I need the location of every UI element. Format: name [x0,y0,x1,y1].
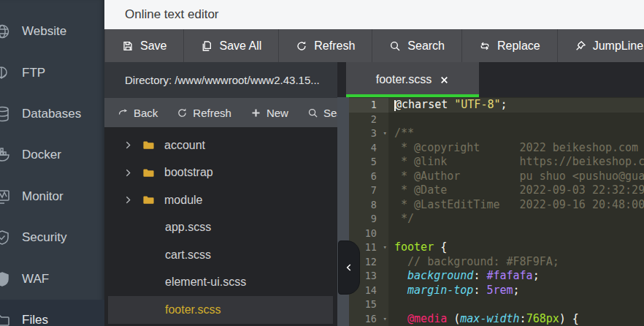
sidebar-item-monitor[interactable]: Monitor [0,176,104,217]
code-line-5[interactable]: 5 * @link https://beikeshop.com [349,155,644,170]
code-text[interactable] [388,113,644,127]
sidebar-item-databases[interactable]: Databases [0,94,104,134]
code-text[interactable] [388,297,644,312]
code-line-10[interactable]: 10 [349,227,644,241]
fold-arrow-icon[interactable]: ▾ [383,312,387,326]
replace-button[interactable]: Replace [462,29,558,62]
code-text[interactable]: * @copyright 2022 beikeshop.com - [388,141,644,156]
code-text[interactable]: /** [388,126,644,141]
code-line-7[interactable]: 7 * @Date 2022-09-03 22:32:29 [349,183,644,198]
code-line-6[interactable]: 6 * @Author pu shuo <pushuo@guang [349,170,644,184]
code-text[interactable]: * @Date 2022-09-03 22:32:29 [388,183,644,198]
code-line-1[interactable]: 1@charset "UTF-8"; [349,98,644,113]
search-icon [307,107,318,118]
sidebar-item-website[interactable]: Website [0,11,104,52]
sidebar-item-docker[interactable]: Docker [0,134,104,175]
code-line-11[interactable]: 11▾footer { [349,240,644,255]
fold-arrow-icon[interactable]: ▾ [383,126,387,141]
refresh-button[interactable]: Refresh [177,107,231,119]
code-text[interactable]: @charset "UTF-8"; [388,98,644,113]
code-line-3[interactable]: 3▾/** [349,126,644,141]
code-text[interactable]: footer { [388,240,644,255]
line-number[interactable]: 4 [349,141,388,156]
chevron-right-icon[interactable] [123,168,133,178]
folder-icon [142,139,155,151]
back-button[interactable]: Back [118,107,158,119]
refresh-icon [177,107,188,118]
code-text[interactable]: background: #fafafa; [388,269,644,284]
chevron-right-icon[interactable] [123,140,133,150]
code-line-15[interactable]: 15 [349,297,644,312]
tab-footer-scss[interactable]: footer.scss [346,62,479,97]
file-name: cart.scss [165,249,211,262]
line-number[interactable]: 1 [349,98,388,113]
file-name: app.scss [165,221,211,234]
new-button[interactable]: New [250,107,288,119]
code-text[interactable]: @media (max-width:768px) { [388,312,644,326]
code-line-12[interactable]: 12 // background: #F8F9FA; [349,255,644,270]
tree-folder-account[interactable]: account [104,132,337,159]
sidebar-item-label: Security [22,230,66,245]
collapse-panel-handle[interactable] [338,240,360,295]
line-number[interactable]: 6 [349,170,388,184]
tree-file-footer-scss[interactable]: footer.scss [108,296,333,324]
sidebar-item-ftp[interactable]: FTP [0,52,104,93]
line-number[interactable]: 5 [349,155,388,170]
code-text[interactable]: * @Author pu shuo <pushuo@guang [388,170,644,184]
code-text[interactable]: // background: #F8F9FA; [388,255,644,270]
sidebar-item-label: Docker [22,148,61,162]
refresh-button[interactable]: Refresh [279,29,372,62]
code-text[interactable]: * @link https://beikeshop.com [388,155,644,170]
editor-toolbar: Save Save All Refresh Search Replace Jum… [104,29,644,62]
code-line-14[interactable]: 14 margin-top: 5rem; [349,284,644,298]
chevron-right-icon[interactable] [123,195,133,205]
chevron-left-icon [344,262,354,273]
code-text[interactable]: * @LastEditTime 2022-09-16 20:48:00 [388,198,644,213]
tree-file-cart-scss[interactable]: cart.scss [104,241,337,269]
search-button[interactable]: Search [372,29,462,62]
folder-icon [142,194,155,206]
tree-folder-module[interactable]: module [104,186,337,214]
refresh-icon [296,40,307,52]
jumpline-button[interactable]: JumpLine [558,29,644,62]
directory-bar: Directory: /www/wwwroot/www2.43.15... [104,62,337,98]
fold-arrow-icon[interactable]: ▾ [383,240,387,255]
tree-file-app-scss[interactable]: app.scss [104,214,337,242]
code-line-13[interactable]: 13 background: #fafafa; [349,269,644,284]
line-number[interactable]: 7 [349,183,388,198]
replace-icon [479,40,491,52]
titlebar: Online text editor [104,0,644,29]
database-icon [0,105,13,123]
code-line-9[interactable]: 9 */ [349,212,644,227]
line-number[interactable]: 15 [349,297,388,312]
line-number[interactable]: 16▾ [349,312,388,326]
close-icon[interactable] [440,75,449,85]
folder-name: module [164,194,202,207]
sidebar-item-label: Website [22,24,66,39]
line-number[interactable]: 3▾ [349,126,388,141]
sidebar-item-label: WAF [22,272,49,287]
line-number[interactable]: 8 [349,198,388,213]
sidebar-item-files[interactable]: Files [0,300,104,326]
line-number[interactable]: 9 [349,212,388,227]
search-icon [389,40,401,52]
line-number[interactable]: 10 [349,227,388,241]
globe-icon [0,23,13,40]
tree-file-element-ui-scss[interactable]: element-ui.scss [104,269,337,297]
save-all-button[interactable]: Save All [184,29,279,62]
file-panel: Directory: /www/wwwroot/www2.43.15... Ba… [104,62,337,326]
code-text[interactable] [388,227,644,241]
line-number[interactable]: 2 [349,113,388,127]
code-line-8[interactable]: 8 * @LastEditTime 2022-09-16 20:48:00 [349,198,644,213]
code-line-4[interactable]: 4 * @copyright 2022 beikeshop.com - [349,141,644,156]
tree-folder-bootstrap[interactable]: bootstrap [104,159,337,187]
code-text[interactable]: margin-top: 5rem; [388,284,644,298]
sidebar-item-waf[interactable]: WAF [0,258,104,299]
sidebar-item-security[interactable]: Security [0,217,104,258]
code-line-2[interactable]: 2 [349,113,644,127]
code-text[interactable]: */ [388,212,644,227]
folder-icon [142,167,155,179]
code-line-16[interactable]: 16▾ @media (max-width:768px) { [349,312,644,326]
code-editor[interactable]: 1@charset "UTF-8";23▾/**4 * @copyright 2… [349,97,644,326]
save-button[interactable]: Save [104,29,184,62]
